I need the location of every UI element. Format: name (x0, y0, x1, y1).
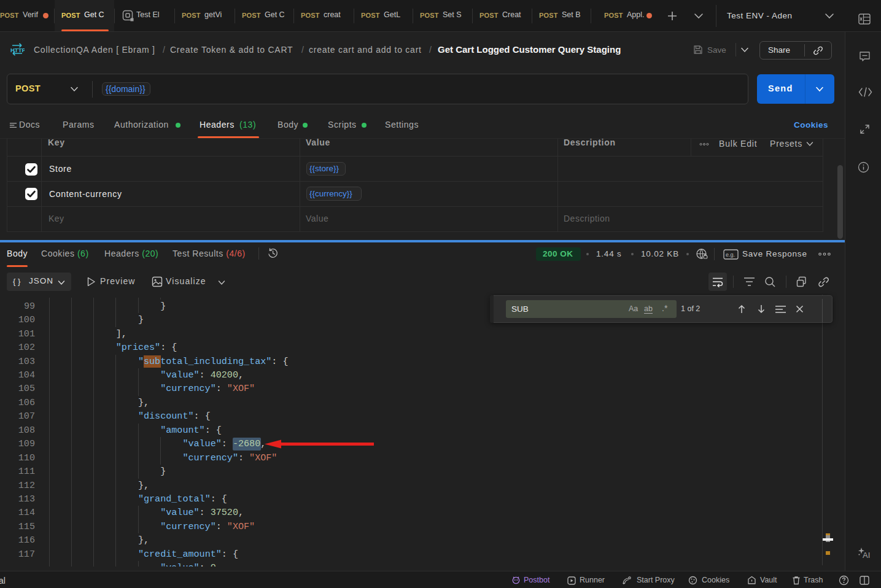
svg-text:AI: AI (863, 551, 870, 560)
svg-text:e.g.: e.g. (726, 252, 735, 258)
svg-text:HTTP: HTTP (10, 47, 25, 53)
